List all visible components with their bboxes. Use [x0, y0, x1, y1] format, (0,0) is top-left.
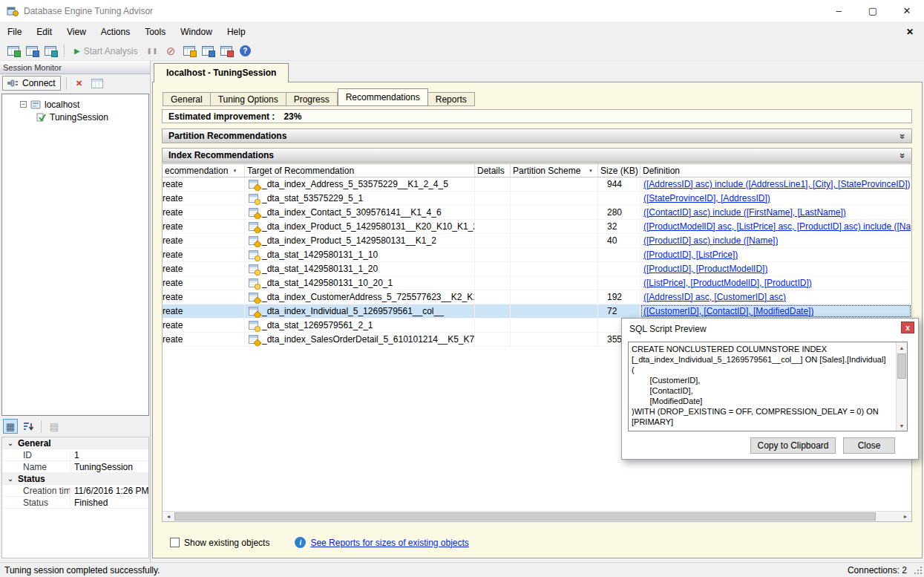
- help-icon[interactable]: ?: [237, 44, 252, 59]
- row-definition-link[interactable]: ([ProductID], [ProductModelID]): [640, 264, 767, 274]
- collapse-expander-icon[interactable]: −: [20, 101, 27, 108]
- column-header-details[interactable]: Details: [475, 164, 511, 177]
- row-definition-link[interactable]: ([ListPrice], [ProductModelID], [Product…: [640, 278, 812, 288]
- row-definition-cell: ([CustomerID], [ContactID], [ModifiedDat…: [640, 304, 911, 318]
- alphabetical-sort-icon[interactable]: [21, 419, 36, 434]
- table-row[interactable]: reate _dta_index_Individual_5_1269579561…: [163, 304, 911, 319]
- show-existing-objects-checkbox[interactable]: [170, 538, 180, 547]
- dialog-close-button[interactable]: x: [901, 322, 914, 333]
- partition-recommendations-header[interactable]: Partition Recommendations »: [162, 128, 912, 143]
- menu-file[interactable]: File: [0, 22, 29, 42]
- filter-dropdown-icon[interactable]: ▼: [232, 169, 237, 173]
- property-category-status[interactable]: ⌄ Status: [2, 473, 148, 485]
- table-row[interactable]: reate _dta_stat_1429580131_1_20 ([Produc…: [163, 262, 911, 276]
- row-definition-link[interactable]: ([ProductID] asc) include ([Name]): [640, 235, 778, 246]
- resize-grip[interactable]: [913, 565, 923, 575]
- properties-toolbar: ▦ ▤: [0, 417, 151, 435]
- property-row-creation-time[interactable]: Creation time 11/6/2016 1:26 PM: [2, 485, 148, 497]
- see-reports-link[interactable]: See Reports for sizes of existing object…: [310, 538, 468, 548]
- delete-session-icon[interactable]: ✕: [72, 76, 87, 91]
- categorized-view-icon[interactable]: ▦: [3, 419, 18, 434]
- vertical-scrollbar[interactable]: ▲ ▼: [896, 342, 907, 431]
- new-session-icon[interactable]: [6, 44, 21, 59]
- row-definition-cell: ([AddressID] asc, [CustomerID] asc): [640, 290, 911, 304]
- close-dialog-button[interactable]: Close: [843, 437, 895, 454]
- maximize-button[interactable]: ▢: [856, 0, 890, 22]
- menu-edit[interactable]: Edit: [29, 22, 59, 42]
- collapse-chevron-icon[interactable]: »: [897, 152, 908, 157]
- row-definition-link[interactable]: ([AddressID] asc, [CustomerID] asc): [640, 292, 786, 302]
- sql-script-text: CREATE NONCLUSTERED COLUMNSTORE INDEX [_…: [629, 342, 896, 431]
- collapse-chevron-icon[interactable]: »: [897, 133, 908, 138]
- scrollbar-thumb[interactable]: [897, 353, 906, 379]
- menu-help[interactable]: Help: [220, 22, 253, 42]
- tab-progress[interactable]: Progress: [286, 92, 338, 106]
- tab-tuning-options[interactable]: Tuning Options: [211, 92, 286, 106]
- table-row[interactable]: reate _dta_stat_1429580131_10_20_1 ([Lis…: [163, 276, 911, 290]
- minimize-button[interactable]: –: [822, 0, 856, 22]
- property-pages-icon[interactable]: ▤: [47, 419, 62, 434]
- close-button[interactable]: ✕: [890, 0, 924, 22]
- column-header-partition-scheme[interactable]: Partition Scheme ▼: [511, 164, 598, 177]
- tab-reports[interactable]: Reports: [428, 92, 475, 106]
- row-definition-link[interactable]: ([StateProvinceID], [AddressID]): [640, 193, 770, 203]
- column-header-definition[interactable]: Definition: [640, 164, 911, 177]
- copy-to-clipboard-button[interactable]: Copy to Clipboard: [750, 437, 836, 454]
- document-tab[interactable]: localhost - TuningSession: [154, 63, 289, 82]
- table-row[interactable]: reate _dta_index_Contact_5_309576141__K1…: [163, 206, 911, 220]
- property-row-status[interactable]: Status Finished: [2, 497, 148, 509]
- row-details-cell: [475, 206, 511, 219]
- tab-general[interactable]: General: [163, 92, 211, 106]
- row-definition-link[interactable]: ([ProductModelID] asc, [ListPrice] asc, …: [640, 221, 911, 232]
- row-definition-link[interactable]: ([ContactID] asc) include ([FirstName], …: [640, 207, 846, 218]
- menu-window[interactable]: Window: [173, 22, 220, 42]
- scroll-left-icon[interactable]: ◄: [163, 512, 174, 521]
- property-category-general[interactable]: ⌄ General: [2, 437, 148, 449]
- row-target-label: _dta_stat_53575229_5_1: [262, 193, 363, 203]
- scroll-right-icon[interactable]: ►: [900, 512, 911, 521]
- filter-dropdown-icon[interactable]: ▼: [589, 169, 593, 173]
- open-session-icon[interactable]: [24, 44, 39, 59]
- import-workload-icon[interactable]: [43, 44, 58, 59]
- export-session-icon[interactable]: [200, 44, 215, 59]
- table-row[interactable]: reate _dta_index_Product_5_1429580131__K…: [163, 220, 911, 234]
- table-row[interactable]: reate _dta_index_Address_5_53575229__K1_…: [163, 177, 911, 192]
- property-row-name[interactable]: Name TuningSession: [2, 461, 148, 473]
- menu-actions[interactable]: Actions: [94, 22, 137, 42]
- tab-recommendations[interactable]: Recommendations: [338, 88, 428, 106]
- estimated-improvement-value: 23%: [284, 111, 301, 122]
- table-row[interactable]: reate _dta_index_CustomerAddress_5_72557…: [163, 290, 911, 304]
- document-close-icon[interactable]: ✕: [906, 27, 914, 37]
- menu-tools[interactable]: Tools: [137, 22, 173, 42]
- index-recommendations-header[interactable]: Index Recommendations »: [162, 148, 912, 163]
- table-row[interactable]: reate _dta_index_Product_5_1429580131__K…: [163, 234, 911, 248]
- evaluate-recommendations-icon[interactable]: [219, 44, 234, 59]
- stop-analysis-icon[interactable]: ⊘: [163, 44, 178, 59]
- table-row[interactable]: reate _dta_stat_1429580131_1_10 ([Produc…: [163, 248, 911, 262]
- tree-node-tuning-session[interactable]: TuningSession: [2, 111, 148, 123]
- scrollbar-thumb[interactable]: [174, 512, 876, 521]
- scroll-up-icon[interactable]: ▲: [897, 342, 907, 353]
- scroll-down-icon[interactable]: ▼: [897, 420, 907, 431]
- row-target-label: _dta_index_Address_5_53575229__K1_2_4_5: [262, 179, 448, 189]
- row-definition-link[interactable]: ([AddressID] asc) include ([AddressLine1…: [640, 179, 910, 189]
- row-definition-link[interactable]: ([CustomerID], [ContactID], [ModifiedDat…: [640, 306, 813, 316]
- recommendation-object-icon: [249, 293, 258, 301]
- apply-recommendations-icon[interactable]: [182, 44, 197, 59]
- column-header-target[interactable]: Target of Recommendation: [245, 164, 475, 177]
- start-analysis-button[interactable]: ▶ Start Analysis: [71, 46, 141, 56]
- horizontal-scrollbar[interactable]: ◄ ►: [163, 511, 911, 521]
- row-size: 40: [607, 235, 617, 246]
- column-header-size[interactable]: Size (KB): [598, 164, 640, 177]
- tree-node-localhost[interactable]: − localhost: [2, 98, 148, 111]
- column-header-recommendation[interactable]: ecommendation ▼: [163, 164, 245, 177]
- refresh-session-icon[interactable]: [90, 76, 105, 91]
- row-partition-scheme-cell: [511, 234, 598, 247]
- menu-view[interactable]: View: [59, 22, 94, 42]
- row-definition-link[interactable]: ([ProductID], [ListPrice]): [640, 250, 738, 260]
- dialog-title: SQL Script Preview: [629, 324, 707, 334]
- table-row[interactable]: reate _dta_stat_53575229_5_1 ([StateProv…: [163, 192, 911, 206]
- property-row-id[interactable]: ID 1: [2, 449, 148, 461]
- pause-analysis-icon[interactable]: ❚❚: [145, 44, 160, 59]
- connect-button[interactable]: Connect: [2, 76, 61, 91]
